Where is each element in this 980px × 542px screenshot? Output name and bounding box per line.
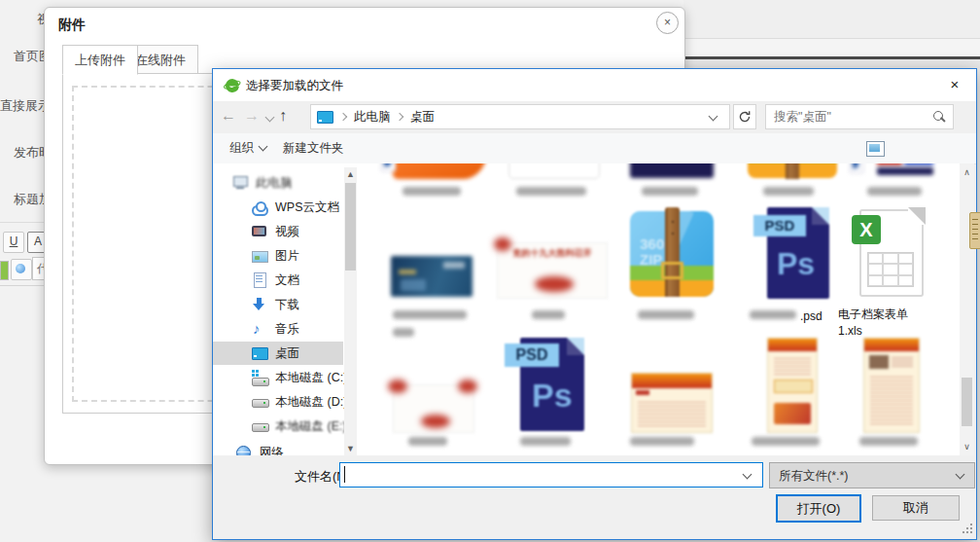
file-tile[interactable]: 360 ZIP: [614, 207, 729, 349]
sidebar-item-videos[interactable]: 视频: [213, 220, 343, 243]
search-box[interactable]: [765, 104, 954, 129]
pictures-icon: [252, 248, 267, 264]
breadcrumb-chevron-icon[interactable]: [339, 113, 347, 121]
bg-strip-top: [683, 0, 980, 38]
sidebar-item-this-pc[interactable]: 此电脑: [213, 171, 343, 195]
forward-button[interactable]: →: [244, 107, 260, 125]
filetype-select[interactable]: 所有文件(*.*): [769, 462, 975, 488]
file-tile[interactable]: [614, 163, 729, 199]
scroll-down-icon[interactable]: ∨: [960, 440, 974, 453]
sidebar-scrollbar[interactable]: ▲ ▼: [344, 167, 357, 455]
file-tile[interactable]: [375, 338, 490, 454]
browser-e-icon: [224, 77, 241, 94]
sidebar-scrollbar-thumb[interactable]: [345, 183, 356, 271]
file-list-scrollbar-thumb[interactable]: [962, 378, 972, 426]
videos-icon: [252, 224, 267, 239]
filetype-chevron-icon: [956, 470, 965, 480]
computer-icon: [232, 175, 248, 191]
file-list-scrollbar[interactable]: ∧ ∨: [960, 163, 974, 455]
file-tile[interactable]: [614, 338, 729, 454]
xls-glyph: X: [852, 215, 881, 244]
back-button[interactable]: ←: [221, 107, 236, 125]
recent-locations-chevron-icon[interactable]: [265, 113, 275, 123]
sidebar-item-desktop[interactable]: 桌面: [213, 342, 343, 365]
new-folder-button[interactable]: 新建文件夹: [269, 140, 344, 157]
screen: { "backdrop": { "left_labels": ["视", "首页…: [0, 0, 980, 542]
psd-badge: PSD: [505, 343, 559, 367]
refresh-icon: [738, 110, 752, 124]
file-name-line2: 1.xls: [838, 324, 862, 338]
file-tile[interactable]: X 电子档案表单 1.xls: [832, 207, 951, 353]
drive-icon: [252, 394, 267, 410]
organize-button[interactable]: 组织: [229, 140, 266, 157]
sidebar-item-downloads[interactable]: 下载: [213, 293, 343, 316]
filename-input[interactable]: [339, 462, 763, 488]
file-tile[interactable]: [834, 163, 949, 199]
up-button[interactable]: ↑: [279, 107, 287, 125]
cloud-icon: [252, 199, 267, 215]
bg-strip-low: [683, 59, 980, 68]
zip-archive-icon: 360 ZIP: [630, 207, 714, 297]
file-tile[interactable]: 党的十九大胜利召开: [495, 207, 610, 349]
sidebar-item-documents[interactable]: 文档: [213, 269, 343, 292]
bg-strip-mid: [683, 39, 980, 56]
resize-grip[interactable]: [962, 523, 973, 534]
open-button[interactable]: 打开(O): [776, 494, 861, 523]
text-caret: [344, 466, 345, 483]
drive-icon: [252, 418, 267, 434]
address-dropdown-chevron-icon[interactable]: [709, 112, 718, 122]
file-dialog-content: 此电脑 WPS云文档 视频 图片 文档 下载 ♪ 音乐 桌面: [213, 163, 974, 455]
sidebar-item-wps-cloud[interactable]: WPS云文档: [213, 196, 343, 219]
side-panel-handle[interactable]: [969, 212, 980, 249]
sidebar-item-local-disk-d[interactable]: 本地磁盘 (D:): [213, 390, 343, 414]
psd-badge: PSD: [753, 215, 806, 236]
organize-chevron-icon: [259, 142, 268, 152]
file-name: 电子档案表单: [838, 307, 908, 323]
tab-upload-attachment[interactable]: 上传附件: [62, 45, 138, 75]
desktop-icon: [252, 345, 267, 361]
banner-slogan-text: 党的十九大胜利召开: [498, 247, 607, 260]
zip-badge-top: 360: [640, 236, 664, 252]
filetype-value: 所有文件(*.*): [779, 468, 849, 485]
attachment-close-button[interactable]: ×: [656, 12, 679, 34]
attachment-dialog-title: 附件: [58, 17, 86, 34]
file-tile[interactable]: [375, 163, 490, 199]
file-dialog-titlebar[interactable]: 选择要加载的文件 ×: [213, 69, 976, 101]
sidebar-item-network[interactable]: 网络: [213, 441, 343, 455]
file-tile[interactable]: [832, 338, 951, 454]
refresh-button[interactable]: [733, 104, 756, 129]
file-name-ext: .psd: [800, 309, 822, 323]
file-tile[interactable]: [734, 163, 849, 199]
underline-button[interactable]: U: [3, 232, 24, 253]
file-list[interactable]: 党的十九大胜利召开 360 ZIP: [359, 163, 959, 455]
address-bar[interactable]: 此电脑 桌面: [310, 104, 730, 129]
cancel-button[interactable]: 取消: [872, 495, 960, 521]
sidebar-item-pictures[interactable]: 图片: [213, 244, 343, 268]
search-input[interactable]: [772, 107, 931, 126]
breadcrumb-this-pc[interactable]: 此电脑: [354, 105, 391, 128]
file-tile[interactable]: [495, 163, 610, 199]
command-toolbar: 组织 新建文件夹 ?: [213, 133, 976, 164]
insert-link-icon[interactable]: [11, 259, 32, 280]
scroll-down-icon[interactable]: ▼: [344, 442, 357, 455]
file-tile[interactable]: [375, 207, 490, 349]
sidebar-item-local-disk-e[interactable]: 本地磁盘 (E:): [213, 415, 343, 438]
globe-icon: [16, 264, 25, 273]
file-tile[interactable]: PSD Ps: [495, 338, 610, 454]
file-open-dialog: 选择要加载的文件 × ← → ↑ 此电脑 桌面 组织 新建文件夹 ?: [212, 68, 977, 540]
file-dialog-title: 选择要加载的文件: [246, 78, 343, 94]
scroll-up-icon[interactable]: ∧: [960, 165, 974, 179]
ps-glyph: Ps: [777, 246, 815, 282]
file-dialog-close-button[interactable]: ×: [940, 73, 969, 96]
view-mode-button[interactable]: [866, 141, 885, 157]
editor-icon-partial[interactable]: [0, 261, 9, 280]
scroll-up-icon[interactable]: ▲: [344, 167, 357, 181]
search-icon[interactable]: [933, 111, 943, 121]
sidebar-item-local-disk-c[interactable]: 本地磁盘 (C:): [213, 366, 343, 389]
breadcrumb-chevron-icon[interactable]: [396, 113, 403, 121]
psd-file-icon: PSD Ps: [505, 338, 602, 431]
documents-icon: [253, 272, 268, 288]
filename-dropdown-chevron-icon[interactable]: [743, 470, 752, 480]
sidebar-item-music[interactable]: ♪ 音乐: [213, 317, 343, 341]
breadcrumb-desktop[interactable]: 桌面: [410, 105, 435, 128]
